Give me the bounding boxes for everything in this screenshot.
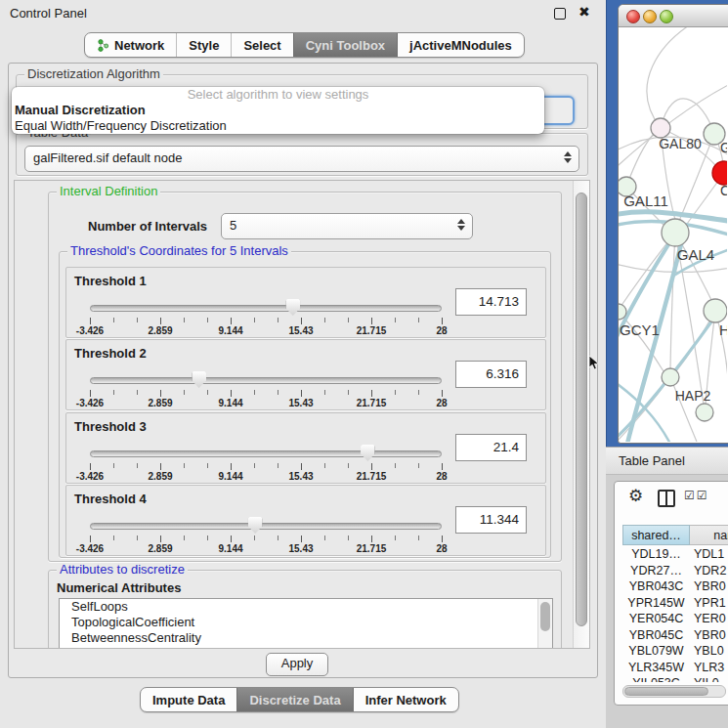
table-header: shared… name [622,525,728,545]
slider-thumb[interactable] [285,299,300,316]
cell-shared-name[interactable]: YER054C [622,611,690,627]
tab-style[interactable]: Style [176,33,231,57]
number-of-intervals-label: Number of Intervals [88,219,207,234]
network-node[interactable] [662,368,679,386]
combobox-stepper-icon[interactable] [457,219,465,231]
threshold-2-value-field[interactable]: 6.316 [455,361,527,388]
slider-tick [395,463,396,468]
cell-shared-name[interactable]: YLR345W [622,660,690,676]
apply-button[interactable]: Apply [266,653,328,676]
select-columns-icon[interactable]: ☑☑ [684,489,709,502]
gear-icon[interactable]: ⚙ [628,486,643,506]
cell-shared-name[interactable]: YIL053C [622,675,690,682]
table-panel-window: ⚙ ☑☑ shared… name YDL19…YDL1YDR27…YDR2YB… [614,481,728,706]
slider-thumb[interactable] [361,445,375,461]
slider-tick [231,463,232,470]
threshold-4-slider[interactable]: -3.4262.8599.14415.4321.71528 [90,515,442,554]
split-columns-icon[interactable] [658,490,675,507]
slider-thumb[interactable] [192,371,206,388]
settings-vertical-scrollbar[interactable] [573,181,589,648]
node-label: HAP2 [675,388,711,404]
cell-name[interactable]: YBL0 [690,643,724,660]
slider-tick-label: 2.859 [148,471,172,482]
table-row[interactable]: YER054CYER0 [622,611,728,627]
algorithm-option-manual[interactable]: Manual Discretization [12,103,544,118]
cell-shared-name[interactable]: YBR045C [622,627,690,644]
attributes-scrollbar[interactable] [537,599,552,649]
network-view-window[interactable]: GAL80GACGAL11GAL4GCY1HHAP2 [618,4,728,444]
table-data-combobox[interactable]: galFiltered.sif default node [24,146,579,172]
network-window-titlebar[interactable] [619,5,728,27]
network-canvas[interactable]: GAL80GACGAL11GAL4GCY1HHAP2 [619,27,728,443]
table-row[interactable]: YDL19…YDL1 [622,546,728,563]
table-row[interactable]: YLR345WYLR3 [622,660,728,676]
slider-tick-label: -3.426 [76,325,104,336]
slider-track[interactable] [90,305,442,312]
tab-cyni-toolbox[interactable]: Cyni Toolbox [293,33,397,57]
network-node[interactable] [662,219,689,246]
cell-name[interactable]: YBR0 [690,627,726,644]
cell-name[interactable]: YDR2 [690,563,726,579]
close-traffic-light-icon[interactable] [626,10,640,23]
slider-thumb[interactable] [248,517,263,534]
threshold-2-slider[interactable]: -3.4262.8599.14415.4321.71528 [90,369,442,408]
table-row[interactable]: YBR045CYBR0 [622,627,728,644]
slider-tick [231,535,232,542]
tab-select[interactable]: Select [231,33,292,57]
tab-impute-data[interactable]: Impute Data [141,688,236,711]
scrollbar-thumb[interactable] [576,193,587,626]
threshold-1-value-field[interactable]: 14.713 [455,288,527,316]
tab-infer-network[interactable]: Infer Network [353,688,458,711]
cell-name[interactable]: YER0 [690,611,726,627]
slider-tick [371,463,372,470]
threshold-3-slider[interactable]: -3.4262.8599.14415.4321.71528 [90,443,442,482]
attribute-list-item[interactable]: TopologicalCoefficient [60,615,552,630]
cell-shared-name[interactable]: YBL079W [622,643,690,660]
slider-track[interactable] [90,450,442,457]
table-row[interactable]: YIL053CYIL0 [622,675,728,682]
zoom-traffic-light-icon[interactable] [660,10,673,23]
network-node[interactable] [651,118,670,138]
table-row[interactable]: YBR043CYBR0 [622,578,728,595]
threshold-1-slider[interactable]: -3.4262.8599.14415.4321.71528 [90,297,442,336]
column-header-name[interactable]: name [690,525,728,545]
minimize-traffic-light-icon[interactable] [643,10,657,23]
table-horizontal-scrollbar[interactable] [622,685,726,698]
tab-discretize-data-label: Discretize Data [249,693,340,707]
threshold-4-value-field[interactable]: 11.344 [455,506,527,534]
table-row[interactable]: YDR27…YDR2 [622,563,728,579]
close-icon[interactable]: ✖ [578,4,590,20]
tab-network[interactable]: Network [85,33,176,57]
slider-track[interactable] [90,523,442,530]
cell-name[interactable]: YDL1 [690,546,724,563]
algorithm-option-equal-width[interactable]: Equal Width/Frequency Discretization [12,118,544,134]
attribute-list-item[interactable]: BetweennessCentrality [60,630,552,646]
table-row[interactable]: YPR145WYPR1 [622,595,728,612]
scrollbar-thumb[interactable] [624,687,708,696]
table-row[interactable]: YBL079WYBL0 [622,643,728,660]
cell-shared-name[interactable]: YPR145W [622,595,690,612]
slider-track[interactable] [90,377,442,384]
tab-jactivemnodules[interactable]: jActiveMNodules [397,33,524,57]
cell-name[interactable]: YPR1 [690,595,726,612]
slider-tick [301,535,302,542]
cell-name[interactable]: YLR3 [690,660,724,676]
cell-name[interactable]: YIL0 [690,675,719,682]
network-node[interactable] [704,299,727,322]
scrollbar-thumb[interactable] [540,602,550,631]
cell-shared-name[interactable]: YBR043C [622,578,690,595]
combobox-stepper-icon[interactable] [564,151,572,163]
numerical-attributes-list[interactable]: SelfLoopsTopologicalCoefficientBetweenne… [59,598,553,649]
network-node[interactable] [696,404,713,421]
cell-name[interactable]: YBR0 [690,578,726,595]
threshold-3-value-field[interactable]: 21.4 [455,434,527,461]
float-window-icon[interactable] [554,8,566,20]
slider-tick [395,390,396,395]
algorithm-dropdown-popup: Select algorithm to view settings Manual… [12,87,544,134]
cell-shared-name[interactable]: YDL19… [622,546,690,563]
attribute-list-item[interactable]: SelfLoops [60,599,552,615]
tab-discretize-data[interactable]: Discretize Data [236,688,352,711]
number-of-intervals-combobox[interactable]: 5 [221,213,473,239]
column-header-shared-name[interactable]: shared… [622,525,690,545]
cell-shared-name[interactable]: YDR27… [622,563,690,579]
